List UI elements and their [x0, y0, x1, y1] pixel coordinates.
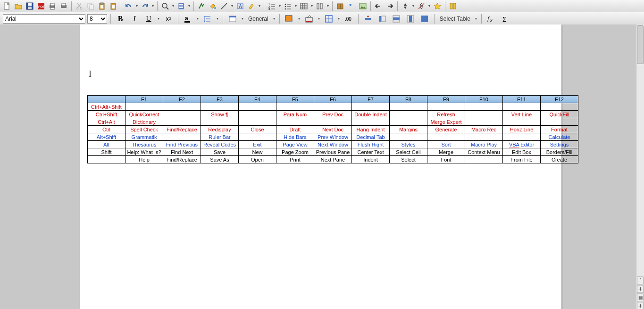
zoom-icon[interactable]: [160, 1, 170, 11]
highlighter-icon[interactable]: [246, 1, 257, 11]
svg-rect-70: [379, 16, 381, 22]
expert-dropdown-icon[interactable]: ▾: [411, 4, 415, 8]
format-style-dropdown-icon[interactable]: ▾: [272, 16, 276, 21]
table-dropdown-icon[interactable]: ▾: [310, 4, 314, 8]
svg-rect-48: [320, 3, 322, 9]
decimals-button[interactable]: .00: [343, 14, 355, 24]
image-icon[interactable]: [358, 1, 368, 11]
underline-dropdown-icon[interactable]: ▾: [157, 16, 160, 21]
copy-icon[interactable]: [85, 1, 96, 11]
paste-special-icon[interactable]: [108, 1, 118, 11]
line-spacing-button[interactable]: [201, 14, 214, 24]
svg-point-38: [285, 8, 286, 9]
cell-fill-button[interactable]: [283, 14, 295, 24]
undo-dropdown-icon[interactable]: ▾: [135, 4, 139, 8]
cell-foreground-button[interactable]: [303, 14, 315, 24]
page-break-icon[interactable]: [448, 1, 458, 11]
svg-rect-69: [365, 18, 371, 20]
formatting-toolbar: Arial 8 B I U ▾ x2 a ▾ ▾ ▾ General ▾ ▾ ▾…: [0, 12, 644, 25]
document-workspace: I F1F2F3F4F5F6F7F8F9F10F11F12Ctrl+Alt+Sh…: [0, 24, 644, 25]
insert-row-button[interactable]: [362, 14, 374, 24]
svg-rect-53: [450, 3, 452, 9]
borders-dropdown-icon[interactable]: ▾: [337, 16, 341, 21]
svg-rect-16: [100, 5, 103, 8]
main-toolbar: PDF ▾ ▾ ▾ ▾ ▾ A ▾ 123 ▾ ▾ ▾ ▾ * ▾ ▾: [0, 0, 644, 12]
select-row-button[interactable]: [390, 14, 402, 24]
clipboard-dropdown-icon[interactable]: ▾: [187, 4, 191, 8]
svg-text:.00: .00: [345, 16, 351, 22]
bullet-dropdown-icon[interactable]: ▾: [294, 4, 298, 8]
autoformat-icon[interactable]: [196, 1, 207, 11]
numbered-dropdown-icon[interactable]: ▾: [278, 4, 282, 8]
svg-text:Σ: Σ: [502, 16, 507, 23]
italic-button[interactable]: I: [128, 14, 141, 24]
back-arrow-icon[interactable]: [373, 1, 384, 11]
select-column-button[interactable]: [404, 14, 417, 24]
table-icon[interactable]: [299, 1, 309, 11]
document-page[interactable]: [80, 24, 561, 25]
svg-line-21: [167, 8, 168, 9]
cut-icon[interactable]: [74, 1, 84, 11]
vertical-scrollbar[interactable]: ˄ ⬍ ▦ ⬍: [636, 24, 644, 25]
align-left-button[interactable]: [376, 14, 388, 24]
favorite-icon[interactable]: [432, 1, 443, 11]
superscript-button[interactable]: x2: [162, 14, 175, 24]
cellfg-dropdown-icon[interactable]: ▾: [317, 16, 321, 21]
svg-rect-19: [112, 5, 115, 8]
font-color-button[interactable]: a: [182, 14, 194, 24]
svg-text:PDF: PDF: [38, 5, 45, 8]
columns-icon[interactable]: [315, 1, 325, 11]
save-icon[interactable]: [25, 1, 35, 11]
cellfill-dropdown-icon[interactable]: ▾: [297, 16, 301, 21]
spacing-dropdown-icon[interactable]: ▾: [216, 16, 219, 21]
svg-rect-23: [179, 4, 183, 5]
select-table-dropdown-icon[interactable]: ▾: [474, 16, 478, 21]
clipboard-icon[interactable]: [176, 1, 186, 11]
redo-icon[interactable]: [140, 1, 150, 11]
svg-text:a: a: [185, 15, 188, 22]
svg-text:*: *: [349, 2, 352, 10]
svg-point-51: [361, 4, 362, 6]
new-document-icon[interactable]: [2, 1, 12, 11]
line-dropdown-icon[interactable]: ▾: [230, 4, 234, 8]
select-all-button[interactable]: [418, 14, 431, 24]
zoom-dropdown-icon[interactable]: ▾: [171, 4, 175, 8]
highlighter-dropdown-icon[interactable]: ▾: [258, 4, 261, 8]
svg-point-26: [214, 7, 216, 9]
svg-text:A: A: [239, 4, 242, 9]
paste-icon[interactable]: [97, 1, 107, 11]
numeric-format-icon[interactable]: [226, 14, 239, 24]
borders-button[interactable]: [323, 14, 335, 24]
fontcolor-dropdown-icon[interactable]: ▾: [196, 16, 200, 21]
formula-button[interactable]: fx: [485, 14, 497, 24]
pdf-icon[interactable]: PDF: [36, 1, 46, 11]
redo-dropdown-icon[interactable]: ▾: [151, 4, 155, 8]
svg-rect-8: [50, 8, 54, 9]
underline-button[interactable]: U: [142, 14, 155, 24]
svg-rect-64: [306, 21, 312, 22]
fill-color-icon[interactable]: [208, 1, 218, 11]
font-name-select[interactable]: Arial: [3, 14, 85, 24]
svg-point-20: [162, 3, 167, 8]
format-dropdown-icon[interactable]: ▾: [241, 16, 244, 21]
bold-button[interactable]: B: [114, 14, 126, 24]
print-preview-icon[interactable]: [59, 1, 69, 11]
perfect-expert-icon[interactable]: [400, 1, 410, 11]
open-folder-icon[interactable]: [13, 1, 24, 11]
line-icon[interactable]: [219, 1, 229, 11]
svg-point-36: [285, 3, 286, 5]
numbered-list-icon[interactable]: 123: [267, 1, 277, 11]
select-table-label[interactable]: Select Table: [438, 16, 472, 22]
sum-button[interactable]: Σ: [499, 14, 511, 24]
font-size-select[interactable]: 8: [87, 14, 107, 24]
bullet-list-icon[interactable]: [283, 1, 293, 11]
forward-arrow-icon[interactable]: [385, 1, 395, 11]
textbox-icon[interactable]: A: [235, 1, 245, 11]
columns-dropdown-icon[interactable]: ▾: [326, 4, 330, 8]
special-char-icon[interactable]: *: [346, 1, 357, 11]
print-icon[interactable]: [47, 1, 58, 11]
undo-icon[interactable]: [124, 1, 134, 11]
drawing-icon[interactable]: [416, 1, 427, 11]
drawing-dropdown-icon[interactable]: ▾: [427, 4, 431, 8]
book-icon[interactable]: [335, 1, 345, 11]
